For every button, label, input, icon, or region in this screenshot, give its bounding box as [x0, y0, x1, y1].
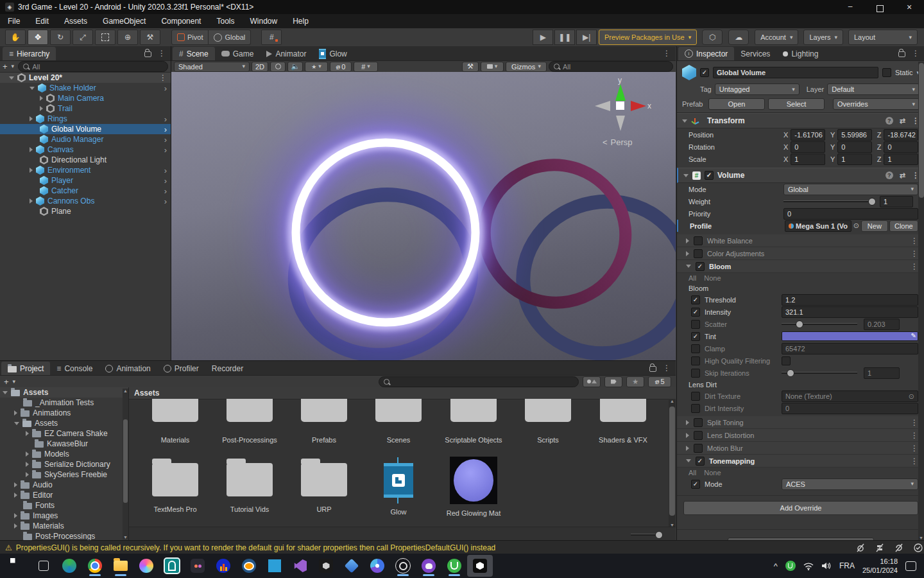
kebab-menu-icon[interactable]: ⋮ [663, 363, 671, 372]
asset-post-processings[interactable]: Post-Processings [216, 399, 283, 444]
profile-new-button[interactable]: New [861, 220, 888, 232]
weight-value-field[interactable]: 1 [880, 196, 913, 207]
presets-icon[interactable]: ⇄ [900, 117, 905, 125]
layers-dropdown[interactable]: Layers▾ [803, 30, 843, 45]
layout-dropdown[interactable]: Layout▾ [848, 30, 918, 45]
shading-mode-dropdown[interactable]: Shaded▾ [174, 62, 250, 72]
custom-tool-icon[interactable]: ⚒ [140, 30, 160, 45]
tab-project[interactable]: Project [1, 362, 50, 375]
presets-icon[interactable]: ⇄ [900, 171, 905, 180]
intensity-field[interactable]: 321.1 [782, 306, 918, 318]
hierarchy-scene-row[interactable]: Level 20* ⋮ [0, 73, 171, 83]
gameobject-name-field[interactable]: Global Volume [713, 67, 878, 78]
chrome-icon[interactable] [82, 555, 108, 577]
scene-camera-dropdown[interactable]: ▾ [481, 62, 504, 72]
ppsspp-icon[interactable] [364, 555, 390, 577]
gizmos-dropdown[interactable]: Gizmos▾ [506, 62, 547, 72]
eyedropper-icon[interactable]: ✎ [911, 332, 916, 339]
inspector-scrollbar[interactable]: ▼ [918, 62, 924, 540]
asset-glow-profile[interactable]: Glow [365, 459, 432, 516]
rect-tool-icon[interactable] [95, 30, 116, 45]
dirt-texture-checkbox[interactable] [691, 392, 700, 401]
lock-icon[interactable] [898, 51, 905, 57]
move-tool-icon[interactable]: ✥ [28, 30, 48, 45]
tree-item[interactable]: Serialize Dictionary [0, 459, 128, 469]
hierarchy-item-global-volume[interactable]: Global Volume › [0, 124, 171, 134]
visual-studio-icon[interactable] [287, 555, 313, 577]
scale-y-field[interactable]: 1 [837, 153, 872, 165]
add-override-button[interactable]: Add Override [683, 501, 918, 515]
tree-scrollbar[interactable]: ▲ ▼ [123, 389, 128, 539]
menu-window[interactable]: Window [242, 14, 285, 28]
menu-gameobject[interactable]: GameObject [95, 14, 153, 28]
hierarchy-item-plane[interactable]: Plane [0, 206, 171, 216]
perspective-toggle[interactable]: < Persp [603, 137, 633, 147]
2d-toggle[interactable]: 2D [252, 62, 268, 72]
position-y-field[interactable]: 5.59986 [837, 129, 872, 141]
menu-component[interactable]: Component [153, 14, 209, 28]
override-motion-blur[interactable]: Motion Blur ⋮ [677, 442, 924, 455]
asset-tutorial-vids[interactable]: Tutorial Vids [216, 463, 283, 513]
override-checkbox[interactable] [694, 444, 703, 453]
override-checkbox[interactable] [694, 236, 703, 245]
weight-slider[interactable] [783, 200, 873, 202]
priority-field[interactable]: 0 [783, 208, 918, 220]
unity-hub-icon[interactable] [313, 555, 339, 577]
prefab-overrides-dropdown[interactable]: Overrides▾ [833, 98, 920, 110]
utorrent-icon[interactable] [441, 555, 467, 577]
static-checkbox[interactable] [882, 68, 891, 77]
threshold-checkbox[interactable]: ✓ [691, 295, 700, 304]
override-checkbox[interactable] [694, 418, 703, 427]
hierarchy-item-main-camera[interactable]: Main Camera [0, 93, 171, 103]
volume-icon[interactable] [821, 561, 832, 570]
scene-search-input[interactable]: All [549, 61, 673, 72]
cache-disabled-icon[interactable] [875, 543, 884, 552]
scatter-slider[interactable] [782, 323, 857, 325]
tab-animator[interactable]: Animator [260, 47, 312, 60]
profile-clone-button[interactable]: Clone [889, 220, 918, 232]
asset-prefabs[interactable]: Prefabs [291, 399, 357, 444]
photopea-icon[interactable] [159, 555, 185, 577]
tree-item[interactable]: Assets [0, 418, 128, 428]
override-lens-distortion[interactable]: Lens Distortion ⋮ [677, 429, 924, 442]
neg-y-axis-cone[interactable] [616, 116, 625, 131]
tree-item[interactable]: Animations [0, 408, 128, 418]
rotate-tool-icon[interactable]: ↻ [50, 30, 71, 45]
tree-item[interactable]: Materials [0, 521, 128, 531]
tree-item[interactable]: KawaseBlur [0, 439, 128, 449]
scale-tool-icon[interactable]: ⤢ [73, 30, 93, 45]
scale-x-field[interactable]: 1 [791, 153, 825, 165]
override-checkbox[interactable]: ✓ [696, 457, 705, 466]
hierarchy-item-rings[interactable]: Rings › [0, 114, 171, 124]
prefab-open-button[interactable]: Open [708, 98, 765, 110]
clamp-field[interactable]: 65472 [782, 343, 918, 355]
start-button[interactable] [5, 555, 31, 577]
vscode-icon[interactable] [262, 555, 287, 577]
object-picker-icon[interactable]: ⊙ [853, 222, 859, 230]
tag-dropdown[interactable]: Untagged▾ [715, 83, 800, 95]
tab-lighting[interactable]: Lighting [776, 47, 825, 60]
rotation-y-field[interactable]: 0 [837, 141, 872, 153]
hierarchy-search-input[interactable]: All [18, 61, 168, 72]
thumbnail-zoom-slider[interactable] [631, 534, 662, 536]
tab-animation[interactable]: Animation [99, 362, 157, 375]
rotation-x-field[interactable]: 0 [791, 141, 825, 153]
tree-item[interactable]: Audio [0, 480, 128, 490]
preview-packages-dropdown[interactable]: Preview Packages in Use ▾ [599, 30, 697, 45]
language-indicator[interactable]: FRA [839, 561, 855, 570]
tint-color-swatch[interactable]: ✎ [782, 331, 918, 341]
github-desktop-icon[interactable] [416, 555, 441, 577]
tray-expand-chevron[interactable]: ^ [774, 561, 778, 571]
tonemapping-mode-checkbox[interactable]: ✓ [691, 480, 700, 489]
profile-object-field[interactable]: Mega Sun 1 (Vo [785, 220, 851, 232]
neg-x-axis-cone[interactable] [595, 101, 610, 111]
project-search-input[interactable] [379, 376, 579, 387]
hierarchy-item-directional-light[interactable]: Directional Light [0, 155, 171, 165]
tab-inspector[interactable]: i Inspector [678, 47, 734, 60]
grid-visibility-dropdown[interactable]: # ▾ [354, 62, 378, 72]
layer-dropdown[interactable]: Default▾ [827, 83, 920, 95]
maximize-button[interactable] [865, 2, 894, 12]
asset-textmesh-pro[interactable]: TextMesh Pro [142, 463, 209, 513]
scrollbar-thumb[interactable] [123, 419, 128, 503]
filter-by-type-icon[interactable] [583, 376, 601, 387]
